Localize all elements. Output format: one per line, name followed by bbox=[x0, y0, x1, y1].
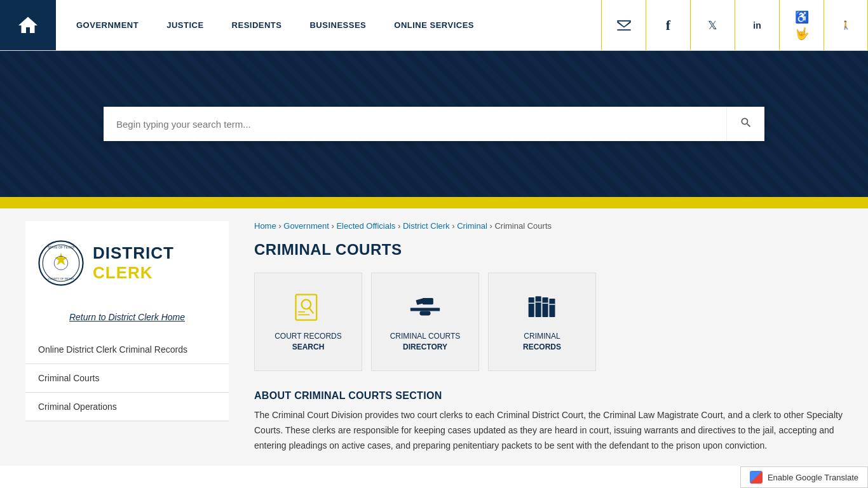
district-label: DISTRICT bbox=[93, 243, 174, 263]
svg-rect-6 bbox=[295, 294, 316, 320]
person-icon: 🚶 bbox=[841, 20, 851, 30]
breadcrumb-home[interactable]: Home bbox=[254, 221, 276, 231]
svg-marker-4 bbox=[55, 253, 67, 265]
svg-rect-11 bbox=[410, 308, 440, 311]
svg-rect-14 bbox=[419, 311, 430, 315]
nav-justice[interactable]: JUSTICE bbox=[153, 20, 217, 30]
sidebar-nav: Online District Clerk Criminal Records C… bbox=[25, 336, 229, 421]
yellow-accent-bar bbox=[0, 197, 868, 208]
home-button[interactable] bbox=[0, 0, 56, 50]
card-criminal-courts-label: CRIMINAL COURTS DIRECTORY bbox=[390, 331, 461, 353]
twitter-link[interactable]: 𝕏 bbox=[690, 0, 735, 50]
gavel-icon bbox=[406, 292, 444, 323]
nav-links: GOVERNMENT JUSTICE RESIDENTS BUSINESSES … bbox=[56, 0, 601, 50]
breadcrumb-district-clerk[interactable]: District Clerk bbox=[403, 221, 450, 231]
main-area: STATE OF TEXAS COUNTY OF BEXAR DISTRICT … bbox=[0, 208, 868, 466]
home-icon bbox=[17, 14, 39, 37]
nav-online-services[interactable]: ONLINE SERVICES bbox=[380, 20, 488, 30]
nav-businesses[interactable]: BUSINESSES bbox=[295, 20, 380, 30]
svg-line-8 bbox=[309, 308, 313, 313]
svg-point-1 bbox=[43, 245, 79, 281]
nav-residents[interactable]: RESIDENTS bbox=[218, 20, 296, 30]
svg-rect-16 bbox=[535, 296, 541, 317]
nav-government[interactable]: GOVERNMENT bbox=[62, 20, 153, 30]
top-navigation: GOVERNMENT JUSTICE RESIDENTS BUSINESSES … bbox=[0, 0, 868, 51]
accessibility-icons: ♿ 🤟 bbox=[779, 0, 824, 50]
search-input[interactable] bbox=[104, 107, 726, 141]
about-title: ABOUT CRIMINAL COURTS SECTION bbox=[254, 390, 843, 402]
card-court-records-search[interactable]: COURT RECORDS SEARCH bbox=[254, 273, 362, 371]
search-bar bbox=[104, 107, 764, 141]
main-content: Home › Government › Elected Officials › … bbox=[229, 208, 843, 466]
card-criminal-records-label: CRIMINAL RECORDS bbox=[523, 331, 561, 353]
accessibility-sign-icon[interactable]: 🤟 bbox=[795, 27, 809, 41]
card-court-records-label: COURT RECORDS SEARCH bbox=[275, 331, 342, 353]
facebook-link[interactable]: f bbox=[646, 0, 690, 50]
social-links: f 𝕏 in ♿ 🤟 🚶 bbox=[601, 0, 868, 50]
court-records-icon bbox=[291, 292, 326, 323]
svg-rect-15 bbox=[528, 297, 534, 317]
sidebar: STATE OF TEXAS COUNTY OF BEXAR DISTRICT … bbox=[25, 208, 229, 466]
books-icon bbox=[525, 292, 560, 323]
email-link[interactable] bbox=[601, 0, 646, 50]
accessibility-person-icon[interactable]: ♿ bbox=[795, 10, 809, 24]
sidebar-logo: STATE OF TEXAS COUNTY OF BEXAR DISTRICT … bbox=[25, 221, 229, 305]
clerk-label: CLERK bbox=[93, 263, 174, 283]
card-criminal-records[interactable]: CRIMINAL RECORDS bbox=[488, 273, 596, 371]
sidebar-logo-text: DISTRICT CLERK bbox=[93, 243, 174, 283]
svg-rect-17 bbox=[542, 297, 548, 317]
email-icon bbox=[617, 20, 631, 30]
breadcrumb-criminal[interactable]: Criminal bbox=[457, 221, 487, 231]
breadcrumb-sep3: › bbox=[398, 221, 403, 231]
breadcrumb: Home › Government › Elected Officials › … bbox=[254, 221, 843, 231]
about-text: The Criminal Court Division provides two… bbox=[254, 408, 843, 453]
svg-rect-18 bbox=[549, 299, 555, 317]
return-link[interactable]: Return to District Clerk Home bbox=[69, 312, 185, 322]
cards-row: COURT RECORDS SEARCH CRIMINAL COURTS D bbox=[254, 273, 843, 371]
breadcrumb-government[interactable]: Government bbox=[283, 221, 329, 231]
language-icon-area[interactable]: 🚶 bbox=[824, 0, 868, 50]
search-button[interactable] bbox=[726, 107, 764, 141]
breadcrumb-elected-officials[interactable]: Elected Officials bbox=[336, 221, 395, 231]
linkedin-link[interactable]: in bbox=[735, 0, 779, 50]
svg-text:STATE OF TEXAS: STATE OF TEXAS bbox=[48, 245, 74, 249]
card-criminal-courts-directory[interactable]: CRIMINAL COURTS DIRECTORY bbox=[371, 273, 479, 371]
page-title: CRIMINAL COURTS bbox=[254, 241, 843, 259]
hero-section bbox=[0, 51, 868, 197]
sidebar-item-online-criminal-records[interactable]: Online District Clerk Criminal Records bbox=[25, 336, 229, 364]
sidebar-item-criminal-courts[interactable]: Criminal Courts bbox=[25, 364, 229, 393]
breadcrumb-sep4: › bbox=[452, 221, 457, 231]
sidebar-item-criminal-operations[interactable]: Criminal Operations bbox=[25, 393, 229, 421]
district-clerk-seal: STATE OF TEXAS COUNTY OF BEXAR bbox=[38, 240, 84, 286]
svg-text:COUNTY OF BEXAR: COUNTY OF BEXAR bbox=[48, 277, 74, 280]
sidebar-return: Return to District Clerk Home bbox=[25, 305, 229, 336]
breadcrumb-current: Criminal Courts bbox=[494, 221, 552, 231]
search-icon bbox=[740, 116, 752, 129]
